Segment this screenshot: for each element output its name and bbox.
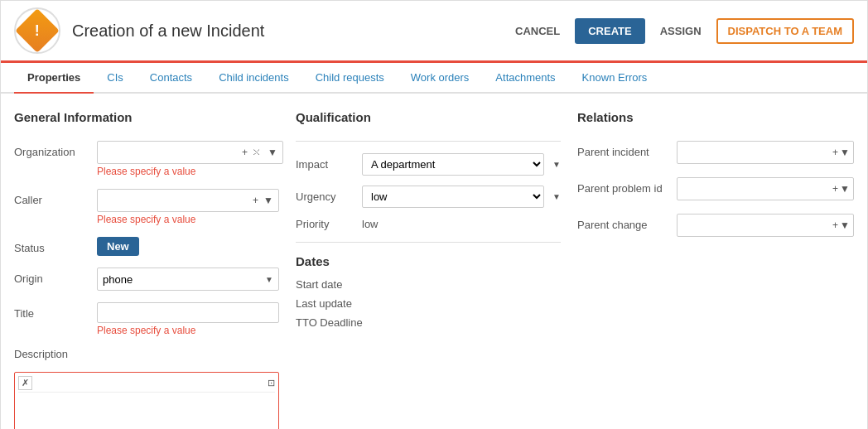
title-input[interactable]	[97, 302, 279, 323]
priority-value: low	[362, 218, 379, 230]
parent-problem-input[interactable]	[681, 183, 832, 195]
organization-add-btn[interactable]: +	[240, 146, 249, 159]
origin-field-wrap: phone email portal ▼	[97, 268, 279, 291]
origin-select[interactable]: phone email portal	[103, 273, 265, 286]
description-label: Description	[14, 348, 68, 360]
origin-dropdown-icon: ▼	[265, 275, 273, 284]
qualification-title: Qualification	[296, 110, 561, 128]
description-row: Description ✗ ⊡	[14, 348, 279, 429]
parent-problem-dropdown-btn[interactable]: ▼	[840, 183, 850, 195]
urgency-dropdown-icon: ▼	[552, 192, 561, 201]
caller-actions: + ▼	[251, 194, 275, 207]
organization-row: Organization + ⛌ ▼ Please specify a valu…	[14, 141, 279, 177]
organization-dropdown-btn[interactable]: ▼	[266, 146, 279, 159]
description-format-icon[interactable]: ✗	[18, 376, 32, 390]
parent-change-add-btn[interactable]: +	[832, 219, 838, 231]
caller-input[interactable]	[101, 195, 251, 207]
impact-dropdown-icon: ▼	[552, 160, 561, 169]
parent-problem-add-btn[interactable]: +	[832, 183, 838, 195]
status-label: Status	[14, 237, 89, 254]
urgency-row: Urgency low medium high ▼	[296, 186, 561, 208]
description-expand-icon[interactable]: ⊡	[268, 378, 275, 388]
parent-incident-actions: + ▼	[832, 147, 850, 158]
tab-child-incidents[interactable]: Child incidents	[205, 63, 302, 94]
caller-row: Caller + ▼ Please specify a value	[14, 189, 279, 225]
title-field-label: Title	[14, 302, 89, 320]
parent-problem-label: Parent problem id	[577, 182, 668, 196]
organization-actions: + ⛌ ▼	[240, 146, 279, 159]
tab-work-orders[interactable]: Work orders	[398, 63, 483, 94]
dates-divider	[296, 242, 561, 243]
parent-incident-add-btn[interactable]: +	[832, 147, 838, 158]
parent-change-field[interactable]: + ▼	[677, 214, 854, 237]
dispatch-button[interactable]: DISPATCH TO A TEAM	[716, 18, 854, 44]
page-title: Creation of a new Incident	[72, 22, 507, 41]
start-date-label: Start date	[296, 278, 342, 291]
origin-select-wrapper[interactable]: phone email portal ▼	[97, 268, 279, 291]
organization-field-wrap: + ⛌ ▼ Please specify a value	[97, 141, 283, 177]
last-update-label: Last update	[296, 297, 352, 310]
title-row: Title Please specify a value	[14, 302, 279, 336]
qualification-dates-section: Qualification Impact A department A serv…	[296, 110, 561, 429]
parent-change-actions: + ▼	[832, 219, 850, 231]
caller-add-btn[interactable]: +	[251, 194, 260, 207]
start-date-row: Start date	[296, 278, 561, 291]
incident-icon-container: !	[14, 7, 60, 54]
status-badge: New	[97, 237, 139, 256]
parent-change-label: Parent change	[577, 219, 668, 233]
parent-incident-dropdown-btn[interactable]: ▼	[840, 147, 850, 158]
main-content: General Information Organization + ⛌ ▼ P…	[1, 94, 867, 429]
origin-label: Origin	[14, 268, 89, 285]
parent-change-dropdown-btn[interactable]: ▼	[840, 219, 850, 231]
organization-input[interactable]	[101, 147, 240, 159]
priority-row: Priority low	[296, 218, 561, 230]
app-container: ! Creation of a new Incident CANCEL CREA…	[0, 0, 868, 429]
parent-problem-row: Parent problem id + ▼	[577, 177, 854, 200]
caller-dropdown-btn[interactable]: ▼	[262, 194, 275, 207]
caller-field[interactable]: + ▼	[97, 189, 279, 212]
tab-properties[interactable]: Properties	[14, 63, 94, 94]
tto-deadline-row: TTO Deadline	[296, 316, 561, 329]
tab-attachments[interactable]: Attachments	[482, 63, 568, 94]
header-actions: CANCEL CREATE ASSIGN DISPATCH TO A TEAM	[507, 18, 854, 44]
last-update-row: Last update	[296, 297, 561, 310]
tab-cis[interactable]: CIs	[94, 63, 137, 94]
dates-title: Dates	[296, 254, 561, 268]
origin-row: Origin phone email portal ▼	[14, 268, 279, 291]
parent-incident-field[interactable]: + ▼	[677, 141, 854, 164]
parent-incident-row: Parent incident + ▼	[577, 141, 854, 164]
qualification-divider	[296, 141, 561, 142]
status-row: Status New	[14, 237, 279, 256]
description-textarea[interactable]	[18, 394, 275, 429]
urgency-select[interactable]: low medium high	[362, 186, 544, 208]
tab-child-requests[interactable]: Child requests	[302, 63, 398, 94]
description-toolbar: ✗ ⊡	[18, 376, 275, 393]
organization-error: Please specify a value	[97, 166, 283, 177]
organization-tree-btn[interactable]: ⛌	[251, 146, 264, 159]
general-information-section: General Information Organization + ⛌ ▼ P…	[14, 110, 279, 429]
title-field-wrap: Please specify a value	[97, 302, 279, 336]
parent-incident-label: Parent incident	[577, 146, 668, 160]
caller-field-wrap: + ▼ Please specify a value	[97, 189, 279, 225]
tab-known-errors[interactable]: Known Errors	[569, 63, 661, 94]
assign-button[interactable]: ASSIGN	[652, 20, 710, 42]
warning-diamond-icon: !	[15, 8, 60, 53]
parent-incident-input[interactable]	[681, 147, 832, 159]
parent-problem-field[interactable]: + ▼	[677, 177, 854, 200]
parent-change-input[interactable]	[681, 219, 832, 232]
tabs-bar: Properties CIs Contacts Child incidents …	[1, 63, 867, 94]
create-button[interactable]: CREATE	[575, 18, 644, 44]
relations-section: Relations Parent incident + ▼ Parent pro…	[577, 110, 854, 429]
tto-deadline-label: TTO Deadline	[296, 316, 363, 329]
description-textarea-wrap: ✗ ⊡	[14, 372, 279, 429]
cancel-button[interactable]: CANCEL	[507, 20, 568, 42]
parent-change-row: Parent change + ▼	[577, 214, 854, 237]
impact-select[interactable]: A department A service A person	[362, 153, 544, 176]
tab-contacts[interactable]: Contacts	[137, 63, 205, 94]
impact-row: Impact A department A service A person ▼	[296, 153, 561, 176]
general-information-title: General Information	[14, 110, 279, 128]
caller-error: Please specify a value	[97, 214, 279, 225]
urgency-label: Urgency	[296, 190, 354, 203]
organization-field[interactable]: + ⛌ ▼	[97, 141, 283, 164]
priority-label: Priority	[296, 218, 354, 230]
